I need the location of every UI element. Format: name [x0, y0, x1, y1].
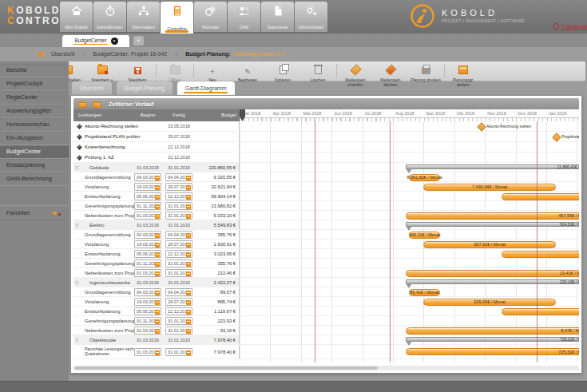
task-row[interactable]: Vorplanung 19.03.2018 29.07.2018 32.621,…	[73, 182, 579, 192]
calendar-icon[interactable]	[186, 271, 191, 276]
calendar-icon[interactable]	[186, 176, 191, 180]
expand-group-icon[interactable]: ▽	[75, 220, 79, 230]
calendar-icon[interactable]	[186, 195, 191, 200]
start-date-input[interactable]: 01.03.2018	[134, 212, 161, 220]
menu-item-mein-kobold[interactable]: Mein Kobold	[60, 2, 93, 32]
finish-date-input[interactable]: 04.04.2018	[165, 288, 192, 296]
finish-date-input[interactable]: 31.01.2019	[165, 259, 192, 267]
collapse-all-icon[interactable]	[78, 101, 86, 107]
menu-item-honorare[interactable]: Honorare	[194, 2, 227, 32]
gantt-summary-bar[interactable]: 725,31€ / Monat	[406, 337, 579, 342]
calendar-icon[interactable]	[155, 350, 160, 355]
gantt-milestone-diamond-icon[interactable]	[477, 122, 486, 131]
task-row[interactable]: Genehmigungsplanung 01.11.2018 31.01.201…	[73, 201, 579, 211]
start-date-input[interactable]: 04.03.2018	[134, 173, 161, 181]
finish-date-input[interactable]: 31.01.2019	[165, 348, 192, 356]
sidebar-item-auswertungsgitter[interactable]: Auswertungsgitter	[0, 105, 69, 118]
start-date-input[interactable]: 05.06.2018	[134, 307, 161, 315]
sidebar-item-berichte[interactable]: Berichte	[0, 64, 69, 77]
new-button[interactable]: +Neu	[195, 61, 230, 81]
milestone-create-button[interactable]: Meilenstein erstellen	[338, 61, 373, 81]
back-arrow-icon[interactable]: ◀	[37, 49, 43, 59]
tab-budgetcenter[interactable]: BudgetCenter ×	[62, 35, 129, 47]
task-row[interactable]: Genehmigungsplanung 01.11.2018 31.01.201…	[73, 259, 579, 268]
calendar-icon[interactable]	[155, 243, 160, 247]
calendar-icon[interactable]	[186, 350, 191, 355]
finish-date-input[interactable]: 04.04.2018	[165, 231, 192, 239]
breadcrumb-item-uebersicht[interactable]: Übersicht	[51, 51, 75, 57]
milestone-row[interactable]: Akonto-Rechnung stellen 15.05.2018 Akont…	[73, 121, 579, 132]
gantt-task-bar[interactable]: 343,21€ / Monat	[409, 232, 441, 239]
tab-gantt-diagramm[interactable]: Gantt-Diagramm	[177, 81, 235, 95]
gantt-task-bar[interactable]: 459,82€ / Monat	[502, 251, 579, 258]
start-date-input[interactable]: 01.11.2018	[134, 317, 161, 325]
gantt-task-bar[interactable]: 86,41€ / Monat	[409, 289, 441, 296]
finish-date-input[interactable]: 22.12.2018	[165, 192, 192, 200]
sidebar-item-einsatzplanung[interactable]: Einsatzplanung	[0, 159, 69, 172]
task-row[interactable]: Entwurfsplanung 05.06.2018 22.12.2018 3.…	[73, 249, 579, 259]
finish-date-input[interactable]: 31.01.2019	[165, 317, 192, 325]
sidebar-item-regiecenter[interactable]: RegieCenter	[0, 91, 69, 105]
start-date-input[interactable]: 19.03.2018	[134, 183, 161, 191]
save-and-close-button[interactable]: Speichern + Schließen	[85, 61, 120, 81]
sidebar-item-honorarvorschau[interactable]: Honorarvorschau	[0, 118, 69, 132]
delete-button[interactable]: Löschen	[300, 61, 335, 81]
calendar-icon[interactable]	[155, 300, 160, 305]
expand-group-icon[interactable]: ▽	[75, 335, 79, 345]
sidebar-favorites[interactable]: Favoriten ★	[0, 205, 69, 220]
gantt-task-bar[interactable]: 457,55€ / Monat	[406, 212, 579, 220]
task-row[interactable]: Grundlagenermittlung 04.03.2018 04.04.20…	[73, 287, 579, 297]
task-row[interactable]: Genehmigungsplanung 01.11.2018 31.01.201…	[73, 316, 579, 326]
finish-date-input[interactable]: 29.07.2018	[165, 298, 192, 306]
menu-item-zeiten-kosten[interactable]: Zeiten&Kosten	[93, 2, 126, 32]
calendar-icon[interactable]	[155, 185, 160, 190]
expand-all-icon[interactable]	[93, 101, 101, 107]
copy-button[interactable]: Kopieren	[265, 61, 300, 81]
scrollbar-thumb[interactable]	[74, 366, 378, 370]
gantt-task-bar[interactable]: 19,41€ / Monat	[406, 270, 579, 277]
task-row[interactable]: Vorplanung 19.03.2018 29.07.2018 895,74 …	[73, 297, 579, 307]
close-tab-icon[interactable]: ×	[111, 38, 118, 45]
start-date-input[interactable]: 05.06.2018	[134, 192, 161, 200]
calendar-icon[interactable]	[186, 243, 191, 247]
calendar-icon[interactable]	[155, 291, 160, 295]
finish-date-input[interactable]: 31.01.2019	[165, 269, 192, 277]
add-tab-button[interactable]: +	[133, 36, 144, 46]
calendar-icon[interactable]	[186, 185, 191, 190]
calendar-icon[interactable]	[186, 252, 191, 257]
expand-group-icon[interactable]: ▽	[75, 278, 79, 287]
calendar-icon[interactable]	[155, 195, 160, 200]
gantt-task-bar[interactable]: 10.629,64€ / Monat	[502, 193, 579, 200]
calendar-icon[interactable]	[155, 233, 160, 238]
calendar-icon[interactable]	[186, 291, 191, 295]
group-row[interactable]: ▽ Objektstudie 01.03.2018 31.01.2019 7.9…	[73, 335, 579, 345]
calendar-icon[interactable]	[155, 319, 160, 324]
finish-date-input[interactable]: 22.12.2018	[165, 250, 192, 258]
start-date-input[interactable]: 01.03.2018	[134, 269, 161, 277]
start-date-input[interactable]: 19.03.2018	[134, 240, 161, 248]
finish-date-input[interactable]: 04.04.2018	[165, 173, 192, 181]
notifications-link[interactable]: 7 Meldungen	[553, 23, 587, 30]
calendar-icon[interactable]	[155, 310, 160, 315]
milestone-row[interactable]: Kostenberechnung 22.12.2018 Kostenberech…	[73, 142, 579, 152]
sidebar-item-gmid-berechnung[interactable]: Gmid-Berechnung	[0, 172, 69, 186]
calendar-icon[interactable]	[186, 233, 191, 238]
start-date-input[interactable]: 01.11.2018	[134, 259, 161, 267]
start-date-input[interactable]: 01.11.2018	[134, 202, 161, 210]
task-row[interactable]: Grundlagenermittlung 04.03.2018 04.04.20…	[73, 230, 579, 240]
tab-budget-planung[interactable]: Budget-Planung	[117, 81, 173, 95]
task-row[interactable]: Nebenkosten zum Projekt 01.03.2018 31.01…	[73, 211, 579, 220]
sidebar-item-projektcockpit[interactable]: ProjektCockpit	[0, 77, 69, 91]
start-date-input[interactable]: 04.03.2018	[134, 288, 161, 296]
finish-date-input[interactable]: 31.01.2019	[165, 212, 192, 220]
calendar-icon[interactable]	[186, 204, 191, 209]
task-row[interactable]: Nebenkosten zum Projekt 01.03.2018 31.01…	[73, 326, 579, 335]
sidebar-item-budgetcenter[interactable]: BudgetCenter	[0, 145, 69, 159]
calendar-icon[interactable]	[155, 271, 160, 276]
start-date-input[interactable]: 04.03.2018	[134, 231, 161, 239]
finish-date-input[interactable]: 29.07.2018	[165, 183, 192, 191]
finish-date-input[interactable]: 31.01.2019	[165, 202, 192, 210]
task-row[interactable]: Entwurfsplanung 05.06.2018 22.12.2018 69…	[73, 192, 579, 201]
start-date-input[interactable]: 19.03.2018	[134, 298, 161, 306]
task-row[interactable]: Vorplanung 19.03.2018 29.07.2018 1.600,9…	[73, 240, 579, 249]
